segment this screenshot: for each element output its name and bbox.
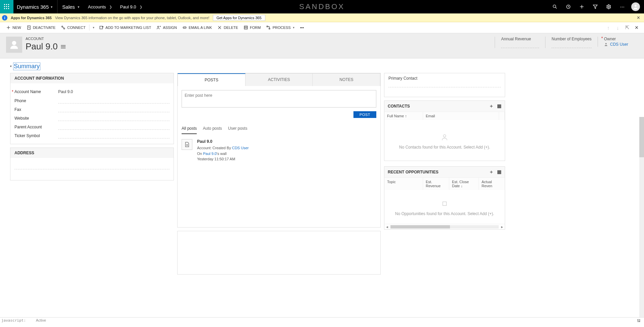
add-opportunity-button[interactable]: ＋ bbox=[489, 169, 494, 175]
empty-panel bbox=[177, 231, 381, 275]
svg-rect-32 bbox=[244, 26, 247, 29]
new-button[interactable]: New bbox=[3, 22, 24, 33]
svg-rect-7 bbox=[6, 8, 7, 9]
vertical-scrollbar[interactable] bbox=[639, 117, 644, 317]
col-email[interactable]: Email bbox=[423, 112, 499, 120]
close-notification-button[interactable]: × bbox=[635, 15, 642, 21]
global-nav: Dynamics 365 ▾ Sales ▾ Accounts❯ Paul 9.… bbox=[0, 0, 644, 13]
record-status: Active bbox=[36, 318, 46, 322]
svg-line-10 bbox=[556, 7, 557, 9]
svg-rect-6 bbox=[4, 8, 5, 9]
settings-icon[interactable] bbox=[602, 0, 615, 13]
col-topic[interactable]: Topic bbox=[384, 178, 423, 190]
more-icon[interactable]: ⋯ bbox=[616, 0, 629, 13]
post-wall-link[interactable]: Paul 9.0 bbox=[203, 152, 217, 156]
breadcrumb-record[interactable]: Paul 9.0❯ bbox=[116, 0, 146, 13]
account-name-field[interactable]: Paul 9.0 bbox=[58, 89, 169, 95]
chevron-right-icon: ❯ bbox=[140, 5, 142, 9]
connect-button[interactable]: Connect bbox=[58, 22, 88, 33]
opportunities-grid-button[interactable]: ▦ bbox=[497, 169, 501, 175]
col-full-name[interactable]: Full Name ↑ bbox=[384, 112, 423, 120]
annual-revenue-value bbox=[501, 43, 539, 48]
assign-button[interactable]: Assign bbox=[154, 22, 180, 33]
svg-point-43 bbox=[443, 135, 446, 137]
brand-dropdown[interactable]: Dynamics 365 ▾ bbox=[13, 0, 57, 13]
post-input[interactable] bbox=[182, 90, 376, 108]
num-employees-value bbox=[552, 43, 592, 48]
fax-field[interactable] bbox=[58, 107, 169, 112]
add-contact-button[interactable]: ＋ bbox=[489, 103, 494, 109]
delete-button[interactable]: Delete bbox=[215, 22, 241, 33]
post-button[interactable]: POST bbox=[353, 111, 376, 118]
breadcrumb-entity[interactable]: Accounts❯ bbox=[84, 0, 116, 13]
process-button[interactable]: Process▾ bbox=[263, 22, 297, 33]
owner-link[interactable]: CDS User bbox=[610, 42, 628, 47]
scroll-right-icon[interactable]: ▸ bbox=[499, 224, 505, 229]
more-commands-button[interactable]: ••• bbox=[297, 22, 307, 33]
metric-owner[interactable]: Owner CDS User bbox=[598, 37, 638, 47]
phone-field[interactable] bbox=[58, 98, 169, 104]
status-js: javascript: bbox=[1, 318, 26, 323]
filter-auto-posts[interactable]: Auto posts bbox=[203, 124, 222, 134]
get-apps-button[interactable]: Get Apps for Dynamics 365 bbox=[213, 15, 265, 21]
recent-icon[interactable] bbox=[562, 0, 575, 13]
svg-point-16 bbox=[635, 5, 637, 7]
add-to-marketing-list-button[interactable]: Add to Marketing List bbox=[97, 22, 154, 33]
svg-point-39 bbox=[12, 41, 16, 45]
panel-address: ADDRESS bbox=[10, 148, 174, 180]
svg-rect-35 bbox=[267, 26, 268, 27]
svg-marker-14 bbox=[593, 5, 597, 9]
search-icon[interactable] bbox=[548, 0, 561, 13]
col-est-close-date[interactable]: Est. Close Date ↓ bbox=[449, 178, 479, 190]
post-title[interactable]: Paul 9.0 bbox=[197, 138, 249, 145]
nav-down-icon[interactable]: ↓ bbox=[614, 25, 622, 31]
app-launcher-button[interactable] bbox=[0, 0, 13, 13]
tab-notes[interactable]: NOTES bbox=[313, 73, 380, 86]
entity-label: ACCOUNT bbox=[26, 37, 66, 41]
svg-point-9 bbox=[553, 5, 556, 8]
save-icon[interactable]: 🖫 bbox=[637, 319, 643, 323]
empty-person-icon bbox=[388, 133, 501, 141]
col-actual-revenue[interactable]: Actual Reven bbox=[479, 178, 505, 190]
scroll-left-icon[interactable]: ◂ bbox=[384, 224, 390, 229]
area-dropdown[interactable]: Sales ▾ bbox=[57, 0, 84, 13]
svg-rect-24 bbox=[100, 26, 102, 29]
advanced-find-icon[interactable] bbox=[589, 0, 602, 13]
parent-account-field[interactable] bbox=[58, 124, 169, 130]
contacts-grid-button[interactable]: ▦ bbox=[497, 103, 501, 109]
user-avatar[interactable] bbox=[629, 0, 642, 13]
tab-posts[interactable]: POSTS bbox=[178, 73, 245, 86]
brand-label: Dynamics 365 bbox=[17, 4, 49, 10]
ticker-field[interactable] bbox=[58, 133, 169, 138]
popout-icon[interactable]: ⇱ bbox=[623, 25, 631, 31]
filter-all-posts[interactable]: All posts bbox=[182, 124, 197, 134]
chevron-down-icon: ▾ bbox=[51, 5, 52, 9]
svg-point-27 bbox=[158, 26, 159, 28]
record-title: Paul 9.0 bbox=[26, 41, 58, 52]
metric-num-employees[interactable]: Number of Employees bbox=[545, 37, 598, 48]
primary-contact-field[interactable] bbox=[388, 83, 501, 87]
nav-up-icon[interactable]: ↑ bbox=[604, 25, 612, 31]
form-button[interactable]: Form bbox=[241, 22, 263, 33]
svg-rect-3 bbox=[4, 6, 5, 7]
post-author-link[interactable]: CDS User bbox=[232, 146, 249, 150]
address-composite-field[interactable] bbox=[14, 164, 169, 169]
svg-rect-5 bbox=[8, 6, 9, 7]
quick-create-icon[interactable] bbox=[575, 0, 588, 13]
svg-rect-0 bbox=[4, 4, 5, 5]
col-est-revenue[interactable]: Est. Revenue bbox=[423, 178, 449, 190]
filter-user-posts[interactable]: User posts bbox=[228, 124, 247, 134]
website-field[interactable] bbox=[58, 116, 169, 121]
connect-dropdown[interactable]: ▾ bbox=[90, 22, 97, 33]
metric-annual-revenue[interactable]: Annual Revenue bbox=[495, 37, 545, 48]
close-record-icon[interactable]: × bbox=[633, 24, 641, 31]
person-icon bbox=[604, 42, 608, 46]
horizontal-scrollbar: ◂ ▸ bbox=[384, 224, 505, 229]
deactivate-button[interactable]: Deactivate bbox=[24, 22, 58, 33]
section-summary-toggle[interactable]: Summary bbox=[10, 63, 643, 70]
tab-activities[interactable]: ACTIVITIES bbox=[245, 73, 313, 86]
record-views-menu[interactable] bbox=[61, 45, 66, 48]
social-pane: POSTS ACTIVITIES NOTES POST All posts Au… bbox=[177, 73, 381, 228]
record-header: ACCOUNT Paul 9.0 Annual Revenue Number o… bbox=[0, 33, 644, 58]
email-a-link-button[interactable]: Email a Link bbox=[180, 22, 215, 33]
